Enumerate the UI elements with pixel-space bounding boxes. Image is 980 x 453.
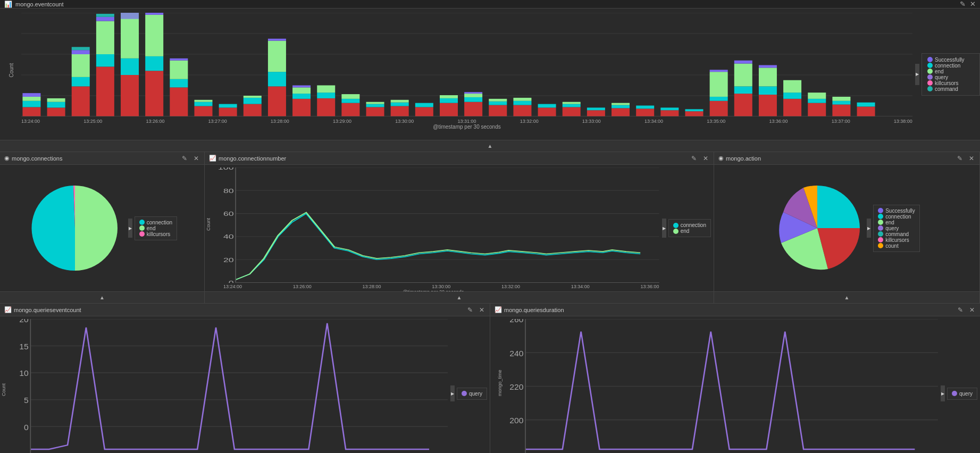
action-legend-expand[interactable]: ▶: [867, 219, 871, 238]
legend-color-queriesduration-query: [952, 391, 957, 396]
queriesduration-close-button[interactable]: ✕: [968, 306, 976, 314]
queriesduration-panel: 📈 mongo.queriesduration ✎ ✕ mongo_time: [490, 304, 980, 453]
action-panel-controls: ✎ ✕: [956, 155, 975, 162]
action-panel-header: ◉ mongo.action ✎ ✕: [714, 152, 979, 165]
svg-rect-91: [612, 108, 630, 116]
connectionnumber-chart-svg: 100 80 60 40 20 0: [207, 167, 659, 283]
svg-rect-111: [759, 65, 777, 68]
svg-rect-115: [808, 103, 826, 116]
queries-close-button[interactable]: ✕: [478, 306, 485, 314]
queries-panel-controls: ✎ ✕: [466, 306, 485, 314]
svg-rect-83: [513, 98, 531, 101]
svg-rect-117: [808, 93, 826, 99]
svg-rect-47: [244, 98, 262, 104]
svg-rect-67: [391, 103, 409, 106]
svg-rect-107: [734, 61, 752, 64]
svg-rect-93: [612, 103, 630, 105]
svg-rect-26: [96, 21, 114, 54]
connectionnumber-legend-expand[interactable]: ▶: [662, 219, 666, 238]
action-panel-body: ▶ Successfully connection: [714, 165, 979, 303]
svg-rect-120: [832, 97, 850, 101]
connections-close-button[interactable]: ✕: [192, 155, 200, 162]
legend-color-action-end: [878, 220, 883, 225]
legend-color-command: [927, 86, 933, 91]
svg-rect-24: [96, 66, 114, 116]
svg-rect-13: [22, 101, 40, 107]
svg-rect-73: [440, 95, 458, 98]
action-legend-killcursors: killcursors: [878, 237, 915, 243]
legend-color-queries-query: [462, 391, 467, 396]
svg-rect-61: [341, 99, 359, 103]
connections-edit-button[interactable]: ✎: [181, 155, 188, 162]
svg-rect-81: [513, 105, 531, 116]
action-close-button[interactable]: ✕: [968, 155, 975, 162]
queriesduration-edit-button[interactable]: ✎: [957, 306, 964, 314]
svg-rect-36: [145, 13, 163, 15]
connectionnumber-chart-area: Count 100 80 60: [205, 165, 714, 291]
pie-chart-icon-connections: ◉: [4, 155, 10, 162]
connectionnumber-close-button[interactable]: ✕: [702, 155, 709, 162]
svg-rect-79: [489, 102, 507, 105]
svg-rect-63: [366, 107, 384, 116]
connections-legend-killcursors: killcursors: [139, 231, 172, 237]
svg-rect-105: [734, 86, 752, 94]
queries-chart-area: Count 20 15 10 5 0: [0, 316, 490, 453]
connections-legend-expand[interactable]: ▶: [128, 219, 132, 238]
action-collapse-bar[interactable]: ▲: [714, 291, 979, 303]
svg-rect-23: [72, 47, 90, 50]
svg-rect-84: [538, 107, 556, 116]
chevron-up-icon: ▲: [488, 143, 493, 149]
svg-rect-57: [317, 98, 335, 116]
svg-text:20: 20: [223, 257, 234, 263]
eventcount-panel: Count 250 200 150 100 50: [0, 9, 980, 152]
connections-legend-connection: connection: [139, 220, 172, 225]
y-axis-label-queriesduration: mongo_time: [497, 370, 502, 397]
queries-legend: query: [457, 388, 487, 400]
maximize-button[interactable]: ✎: [960, 0, 966, 8]
queriesduration-panel-header: 📈 mongo.queriesduration ✎ ✕: [490, 304, 980, 316]
close-window-button[interactable]: ✕: [970, 0, 976, 8]
svg-rect-119: [832, 101, 850, 105]
eventcount-collapse-bar[interactable]: ▲: [0, 140, 980, 152]
svg-rect-99: [685, 109, 703, 111]
svg-rect-96: [660, 110, 679, 116]
legend-collapse-button[interactable]: ▶: [915, 64, 919, 85]
svg-rect-21: [72, 54, 90, 77]
connections-panel-body: ▶ connection end: [0, 165, 204, 303]
line-chart-icon-queries: 📈: [4, 306, 12, 313]
bar-chart-icon: 📊: [4, 1, 12, 8]
svg-rect-86: [563, 107, 581, 116]
svg-rect-112: [783, 99, 801, 116]
eventcount-legend-container: ▶ Successfully connection end: [915, 9, 980, 140]
connectionnumber-panel: 📈 mongo.connectionnumber ✎ ✕ Count: [205, 152, 714, 303]
action-edit-button[interactable]: ✎: [956, 155, 964, 162]
svg-rect-74: [464, 102, 482, 116]
connectionnumber-panel-body: Count 100 80 60: [205, 165, 714, 303]
queriesduration-panel-body: mongo_time 260 240 220 200: [490, 316, 980, 453]
connections-collapse-bar[interactable]: ▲: [0, 291, 204, 303]
svg-text:20: 20: [19, 319, 28, 324]
cn-legend-connection: connection: [673, 222, 706, 228]
connectionnumber-edit-button[interactable]: ✎: [690, 155, 698, 162]
svg-rect-37: [170, 87, 188, 116]
svg-rect-101: [710, 97, 728, 101]
queries-edit-button[interactable]: ✎: [466, 306, 474, 314]
action-legend-connection: connection: [878, 214, 915, 220]
connections-panel-header: ◉ mongo.connections ✎ ✕: [0, 152, 204, 165]
y-axis-label-connectionnumber: Count: [206, 218, 211, 231]
svg-rect-35: [145, 15, 163, 56]
svg-rect-68: [391, 100, 409, 103]
connectionnumber-collapse-bar[interactable]: ▲: [205, 291, 714, 303]
queriesduration-legend-expand[interactable]: ▶: [941, 385, 945, 401]
legend-item-connection: connection: [927, 63, 974, 69]
svg-rect-89: [587, 110, 605, 116]
queries-legend-expand[interactable]: ▶: [450, 385, 455, 401]
legend-color-query: [927, 74, 933, 80]
svg-rect-31: [121, 13, 139, 58]
svg-rect-69: [415, 107, 433, 116]
svg-rect-88: [563, 102, 581, 104]
connections-panel: ◉ mongo.connections ✎ ✕: [0, 152, 205, 303]
queries-chart-svg: 20 15 10 5 0: [3, 319, 448, 453]
svg-rect-70: [415, 103, 433, 107]
svg-rect-90: [587, 107, 605, 110]
